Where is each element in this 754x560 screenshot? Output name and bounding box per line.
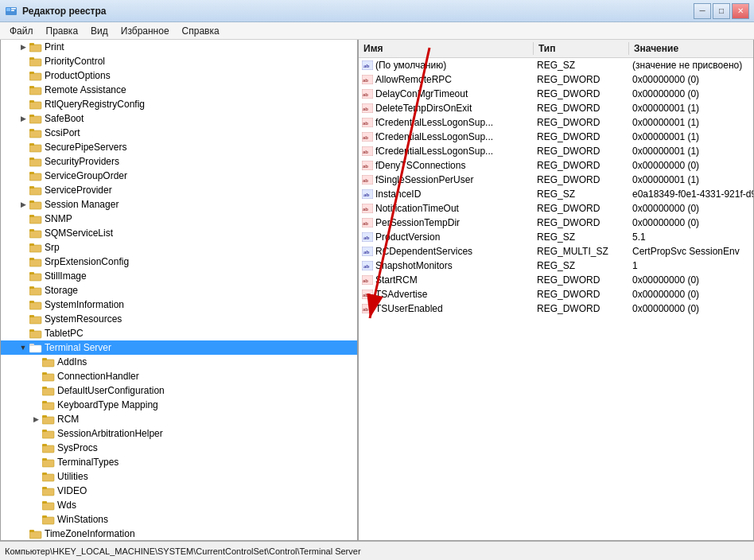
- tree-item-snmp[interactable]: ▶ SNMP: [1, 212, 357, 226]
- reg-row-8[interactable]: ab fSingleSessionPerUserREG_DWORD0x00000…: [359, 173, 753, 187]
- tree-item-sqmservicelist[interactable]: ▶ SQMServiceList: [1, 226, 357, 240]
- menu-item-избранное[interactable]: Избранное: [115, 24, 176, 38]
- right-scroll[interactable]: ab (По умолчанию)REG_SZ(значение не прис…: [359, 58, 753, 540]
- reg-row-16[interactable]: ab TSAdvertiseREG_DWORD0x00000000 (0): [359, 287, 753, 301]
- tree-item-scsiport[interactable]: ▶ ScsiPort: [1, 126, 357, 140]
- folder-icon-utilities: [42, 471, 55, 482]
- tree-item-sysprocs[interactable]: ▶ SysProcs: [1, 441, 357, 455]
- reg-icon-17: ab: [362, 304, 373, 313]
- reg-row-11[interactable]: ab PerSessionTempDirREG_DWORD0x00000000 …: [359, 216, 753, 230]
- tree-item-securityproviders[interactable]: ▶ SecurityProviders: [1, 154, 357, 169]
- tree-label-terminalserver: Terminal Server: [45, 342, 111, 353]
- tree-label-keyboardtypemapping: KeyboardType Mapping: [57, 399, 158, 410]
- reg-name-text-13: RCDependentServices: [375, 246, 472, 257]
- reg-type-8: REG_DWORD: [534, 173, 629, 186]
- tree-item-tabletpc[interactable]: ▶ TabletPC: [1, 326, 357, 340]
- reg-name-7: ab fDenyTSConnections: [359, 159, 534, 172]
- tree-item-wds[interactable]: ▶ Wds: [1, 498, 357, 512]
- tree-item-rcm[interactable]: ▶ RCM: [1, 412, 357, 426]
- tree-label-winstations: WinStations: [57, 514, 108, 525]
- tree-item-timezoneinformation[interactable]: ▶ TimeZoneInformation: [1, 527, 357, 540]
- reg-row-1[interactable]: ab AllowRemoteRPCREG_DWORD0x00000000 (0): [359, 72, 753, 87]
- expand-arrow-terminalserver[interactable]: ▼: [17, 341, 29, 354]
- tree-item-connectionhandler[interactable]: ▶ ConnectionHandler: [1, 369, 357, 383]
- tree-item-srp[interactable]: ▶ Srp: [1, 240, 357, 255]
- reg-row-9[interactable]: ab InstanceIDREG_SZe0a18349-f0e1-4331-92…: [359, 187, 753, 201]
- tree-item-sessionmanager[interactable]: ▶ Session Manager: [1, 197, 357, 212]
- tree-label-addins: AddIns: [57, 356, 87, 368]
- close-button[interactable]: ✕: [732, 3, 749, 19]
- reg-row-7[interactable]: ab fDenyTSConnectionsREG_DWORD0x00000000…: [359, 158, 753, 173]
- reg-value-3: 0x00000001 (1): [629, 102, 753, 115]
- reg-row-14[interactable]: ab SnapshotMonitorsREG_SZ1: [359, 259, 753, 273]
- folder-icon-video: [42, 485, 55, 496]
- tree-item-productoptions[interactable]: ▶ ProductOptions: [1, 68, 357, 83]
- tree-item-defaultuserconfiguration[interactable]: ▶ DefaultUserConfiguration: [1, 383, 357, 398]
- tree-label-securepipeservers: SecurePipeServers: [45, 142, 126, 153]
- tree-item-rtlqueryregistryconfig[interactable]: ▶ RtlQueryRegistryConfig: [1, 97, 357, 111]
- reg-row-4[interactable]: ab fCredentialLessLogonSup...REG_DWORD0x…: [359, 115, 753, 130]
- tree-item-prioritycontrol[interactable]: ▶ PriorityControl: [1, 54, 357, 68]
- reg-name-5: ab fCredentialLessLogonSup...: [359, 130, 534, 143]
- tree-item-securepipeservers[interactable]: ▶ SecurePipeServers: [1, 140, 357, 154]
- reg-row-15[interactable]: ab StartRCMREG_DWORD0x00000000 (0): [359, 273, 753, 287]
- reg-row-17[interactable]: ab TSUserEnabledREG_DWORD0x00000000 (0): [359, 301, 753, 316]
- tree-item-terminalserver[interactable]: ▼ Terminal Server: [1, 340, 357, 355]
- tree-label-connectionhandler: ConnectionHandler: [57, 371, 139, 382]
- tree-pane: ▶ Print▶ PriorityControl▶ ProductOptions…: [1, 40, 359, 540]
- window-title: Редактор реестра: [22, 6, 106, 17]
- reg-row-13[interactable]: ab RCDependentServicesREG_MULTI_SZCertPr…: [359, 244, 753, 259]
- menu-item-правка[interactable]: Правка: [40, 24, 85, 38]
- tree-item-terminaltypes[interactable]: ▶ TerminalTypes: [1, 455, 357, 469]
- maximize-button[interactable]: □: [713, 3, 730, 19]
- tree-item-systeminformation[interactable]: ▶ SystemInformation: [1, 298, 357, 312]
- reg-icon-1: ab: [362, 75, 373, 84]
- expand-arrow-sessionmanager[interactable]: ▶: [17, 198, 29, 211]
- svg-rect-62: [29, 315, 34, 317]
- svg-rect-107: [29, 530, 34, 532]
- menu-item-вид[interactable]: Вид: [84, 24, 115, 38]
- reg-value-8: 0x00000001 (1): [629, 173, 753, 186]
- menu-item-справка[interactable]: Справка: [176, 24, 226, 38]
- svg-rect-71: [42, 358, 47, 360]
- tree-item-systemresources[interactable]: ▶ SystemResources: [1, 312, 357, 326]
- tree-item-video[interactable]: ▶ VIDEO: [1, 484, 357, 498]
- expand-arrow-rcm[interactable]: ▶: [29, 413, 42, 426]
- tree-label-wds: Wds: [57, 500, 76, 511]
- svg-rect-92: [42, 458, 47, 461]
- reg-value-2: 0x00000000 (0): [629, 88, 753, 100]
- tree-scroll[interactable]: ▶ Print▶ PriorityControl▶ ProductOptions…: [1, 40, 357, 540]
- reg-row-6[interactable]: ab fCredentialLessLogonSup...REG_DWORD0x…: [359, 144, 753, 158]
- tree-label-tabletpc: TabletPC: [45, 328, 84, 339]
- reg-row-12[interactable]: ab ProductVersionREG_SZ5.1: [359, 230, 753, 244]
- reg-row-10[interactable]: ab NotificationTimeOutREG_DWORD0x0000000…: [359, 201, 753, 216]
- tree-item-stillimage[interactable]: ▶ StillImage: [1, 269, 357, 283]
- tree-item-utilities[interactable]: ▶ Utilities: [1, 469, 357, 484]
- reg-row-5[interactable]: ab fCredentialLessLogonSup...REG_DWORD0x…: [359, 130, 753, 144]
- tree-item-keyboardtypemapping[interactable]: ▶ KeyboardType Mapping: [1, 398, 357, 412]
- expand-arrow-safeboot[interactable]: ▶: [17, 112, 29, 125]
- reg-icon-8: ab: [362, 175, 373, 185]
- svg-rect-32: [29, 172, 34, 174]
- tree-item-storage[interactable]: ▶ Storage: [1, 283, 357, 298]
- svg-text:ab: ab: [363, 293, 368, 298]
- tree-item-winstations[interactable]: ▶ WinStations: [1, 512, 357, 527]
- tree-item-safeboot[interactable]: ▶ SafeBoot: [1, 111, 357, 126]
- tree-item-addins[interactable]: ▶ AddIns: [1, 355, 357, 369]
- tree-item-sessionarbitrationhelper[interactable]: ▶ SessionArbitrationHelper: [1, 426, 357, 441]
- folder-icon-productoptions: [29, 70, 42, 81]
- tree-label-scsiport: ScsiPort: [45, 127, 80, 138]
- tree-item-print[interactable]: ▶ Print: [1, 40, 357, 54]
- tree-item-srpextensionconfig[interactable]: ▶ SrpExtensionConfig: [1, 255, 357, 269]
- tree-item-servicegrouporder[interactable]: ▶ ServiceGroupOrder: [1, 169, 357, 183]
- expand-arrow-print[interactable]: ▶: [17, 41, 29, 53]
- tree-item-remoteassistance[interactable]: ▶ Remote Assistance: [1, 83, 357, 97]
- reg-row-3[interactable]: ab DeleteTempDirsOnExitREG_DWORD0x000000…: [359, 101, 753, 115]
- reg-row-2[interactable]: ab DelayConMgrTimeoutREG_DWORD0x00000000…: [359, 87, 753, 101]
- reg-row-0[interactable]: ab (По умолчанию)REG_SZ(значение не прис…: [359, 58, 753, 72]
- tree-item-serviceprovider[interactable]: ▶ ServiceProvider: [1, 183, 357, 197]
- menu-item-файл[interactable]: Файл: [3, 24, 40, 38]
- minimize-button[interactable]: ─: [694, 3, 711, 19]
- svg-rect-106: [29, 531, 41, 539]
- svg-rect-86: [42, 430, 47, 432]
